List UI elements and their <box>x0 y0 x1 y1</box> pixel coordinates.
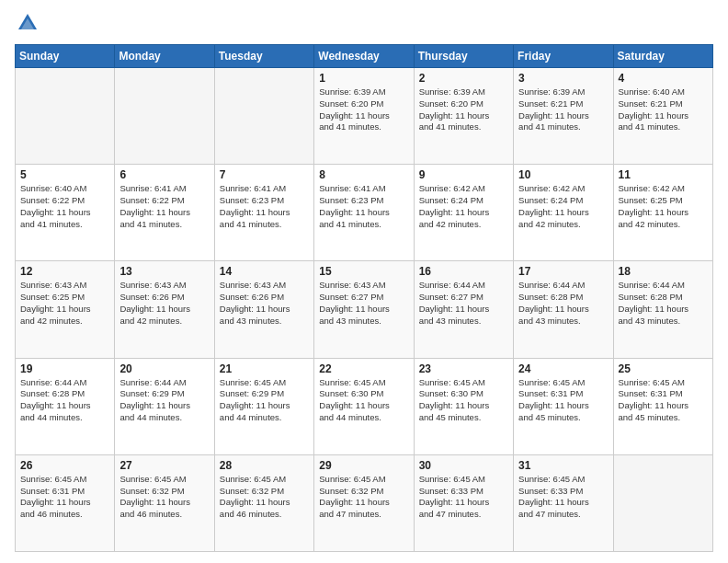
calendar-cell: 21Sunrise: 6:45 AM Sunset: 6:29 PM Dayli… <box>214 358 313 454</box>
day-number: 17 <box>518 265 608 278</box>
calendar-cell: 30Sunrise: 6:45 AM Sunset: 6:33 PM Dayli… <box>414 454 513 551</box>
weekday-header-monday: Monday <box>115 45 214 68</box>
day-number: 18 <box>619 265 708 278</box>
day-number: 19 <box>20 362 109 375</box>
day-number: 14 <box>220 265 309 278</box>
day-info: Sunrise: 6:45 AM Sunset: 6:32 PM Dayligh… <box>119 474 209 521</box>
day-info: Sunrise: 6:41 AM Sunset: 6:22 PM Dayligh… <box>119 183 209 230</box>
day-info: Sunrise: 6:44 AM Sunset: 6:29 PM Dayligh… <box>119 377 209 424</box>
day-number: 10 <box>518 168 608 181</box>
calendar-cell: 24Sunrise: 6:45 AM Sunset: 6:31 PM Dayli… <box>514 358 613 454</box>
day-info: Sunrise: 6:41 AM Sunset: 6:23 PM Dayligh… <box>319 183 408 230</box>
calendar-cell: 10Sunrise: 6:42 AM Sunset: 6:24 PM Dayli… <box>514 165 613 261</box>
day-info: Sunrise: 6:43 AM Sunset: 6:26 PM Dayligh… <box>220 280 309 327</box>
calendar-cell: 6Sunrise: 6:41 AM Sunset: 6:22 PM Daylig… <box>115 165 214 261</box>
day-info: Sunrise: 6:42 AM Sunset: 6:24 PM Dayligh… <box>419 183 508 230</box>
weekday-header-saturday: Saturday <box>613 45 712 68</box>
calendar-cell: 29Sunrise: 6:45 AM Sunset: 6:32 PM Dayli… <box>314 454 414 551</box>
calendar-cell: 2Sunrise: 6:39 AM Sunset: 6:20 PM Daylig… <box>414 68 513 165</box>
calendar-cell: 3Sunrise: 6:39 AM Sunset: 6:21 PM Daylig… <box>514 68 613 165</box>
calendar-cell <box>613 454 712 551</box>
day-info: Sunrise: 6:41 AM Sunset: 6:23 PM Dayligh… <box>220 183 309 230</box>
day-info: Sunrise: 6:45 AM Sunset: 6:33 PM Dayligh… <box>419 474 508 521</box>
calendar-cell: 28Sunrise: 6:45 AM Sunset: 6:32 PM Dayli… <box>214 454 313 551</box>
calendar-table: SundayMondayTuesdayWednesdayThursdayFrid… <box>15 44 713 552</box>
calendar-cell <box>16 68 115 165</box>
day-number: 25 <box>619 362 708 375</box>
week-row-3: 19Sunrise: 6:44 AM Sunset: 6:28 PM Dayli… <box>16 358 713 454</box>
day-info: Sunrise: 6:45 AM Sunset: 6:30 PM Dayligh… <box>419 377 508 424</box>
day-info: Sunrise: 6:45 AM Sunset: 6:31 PM Dayligh… <box>20 474 109 521</box>
day-info: Sunrise: 6:45 AM Sunset: 6:32 PM Dayligh… <box>319 474 408 521</box>
calendar-cell: 9Sunrise: 6:42 AM Sunset: 6:24 PM Daylig… <box>414 165 513 261</box>
week-row-0: 1Sunrise: 6:39 AM Sunset: 6:20 PM Daylig… <box>16 68 713 165</box>
day-number: 30 <box>419 459 508 472</box>
calendar-cell: 18Sunrise: 6:44 AM Sunset: 6:28 PM Dayli… <box>613 261 712 358</box>
day-info: Sunrise: 6:39 AM Sunset: 6:20 PM Dayligh… <box>319 86 408 133</box>
day-info: Sunrise: 6:39 AM Sunset: 6:21 PM Dayligh… <box>518 86 608 133</box>
day-info: Sunrise: 6:43 AM Sunset: 6:25 PM Dayligh… <box>20 280 109 327</box>
day-info: Sunrise: 6:45 AM Sunset: 6:30 PM Dayligh… <box>319 377 408 424</box>
day-number: 20 <box>119 362 209 375</box>
calendar-cell: 14Sunrise: 6:43 AM Sunset: 6:26 PM Dayli… <box>214 261 313 358</box>
day-number: 4 <box>619 72 708 85</box>
day-number: 5 <box>20 168 109 181</box>
day-number: 12 <box>20 265 109 278</box>
day-number: 13 <box>119 265 209 278</box>
weekday-header-wednesday: Wednesday <box>314 45 414 68</box>
page: SundayMondayTuesdayWednesdayThursdayFrid… <box>0 0 728 563</box>
calendar-cell: 7Sunrise: 6:41 AM Sunset: 6:23 PM Daylig… <box>214 165 313 261</box>
day-number: 8 <box>319 168 408 181</box>
calendar-cell <box>115 68 214 165</box>
week-row-2: 12Sunrise: 6:43 AM Sunset: 6:25 PM Dayli… <box>16 261 713 358</box>
day-number: 6 <box>119 168 209 181</box>
day-info: Sunrise: 6:44 AM Sunset: 6:28 PM Dayligh… <box>518 280 608 327</box>
weekday-header-tuesday: Tuesday <box>214 45 313 68</box>
day-info: Sunrise: 6:45 AM Sunset: 6:29 PM Dayligh… <box>220 377 309 424</box>
day-info: Sunrise: 6:42 AM Sunset: 6:25 PM Dayligh… <box>619 183 708 230</box>
week-row-4: 26Sunrise: 6:45 AM Sunset: 6:31 PM Dayli… <box>16 454 713 551</box>
day-number: 23 <box>419 362 508 375</box>
week-row-1: 5Sunrise: 6:40 AM Sunset: 6:22 PM Daylig… <box>16 165 713 261</box>
day-info: Sunrise: 6:42 AM Sunset: 6:24 PM Dayligh… <box>518 183 608 230</box>
day-number: 11 <box>619 168 708 181</box>
calendar-cell: 22Sunrise: 6:45 AM Sunset: 6:30 PM Dayli… <box>314 358 414 454</box>
calendar-cell: 1Sunrise: 6:39 AM Sunset: 6:20 PM Daylig… <box>314 68 414 165</box>
day-number: 15 <box>319 265 408 278</box>
calendar-cell: 26Sunrise: 6:45 AM Sunset: 6:31 PM Dayli… <box>16 454 115 551</box>
calendar-cell: 31Sunrise: 6:45 AM Sunset: 6:33 PM Dayli… <box>514 454 613 551</box>
day-info: Sunrise: 6:45 AM Sunset: 6:33 PM Dayligh… <box>518 474 608 521</box>
calendar-cell: 5Sunrise: 6:40 AM Sunset: 6:22 PM Daylig… <box>16 165 115 261</box>
day-number: 3 <box>518 72 608 85</box>
day-number: 28 <box>220 459 309 472</box>
day-number: 27 <box>119 459 209 472</box>
day-info: Sunrise: 6:40 AM Sunset: 6:22 PM Dayligh… <box>20 183 109 230</box>
day-number: 22 <box>319 362 408 375</box>
day-info: Sunrise: 6:44 AM Sunset: 6:28 PM Dayligh… <box>20 377 109 424</box>
day-info: Sunrise: 6:45 AM Sunset: 6:31 PM Dayligh… <box>518 377 608 424</box>
day-number: 29 <box>319 459 408 472</box>
calendar-cell: 4Sunrise: 6:40 AM Sunset: 6:21 PM Daylig… <box>613 68 712 165</box>
day-number: 21 <box>220 362 309 375</box>
day-info: Sunrise: 6:39 AM Sunset: 6:20 PM Dayligh… <box>419 86 508 133</box>
day-info: Sunrise: 6:44 AM Sunset: 6:28 PM Dayligh… <box>619 280 708 327</box>
calendar-cell: 17Sunrise: 6:44 AM Sunset: 6:28 PM Dayli… <box>514 261 613 358</box>
day-number: 9 <box>419 168 508 181</box>
day-info: Sunrise: 6:40 AM Sunset: 6:21 PM Dayligh… <box>619 86 708 133</box>
calendar-cell: 19Sunrise: 6:44 AM Sunset: 6:28 PM Dayli… <box>16 358 115 454</box>
day-number: 16 <box>419 265 508 278</box>
weekday-header-thursday: Thursday <box>414 45 513 68</box>
calendar-cell: 27Sunrise: 6:45 AM Sunset: 6:32 PM Dayli… <box>115 454 214 551</box>
day-info: Sunrise: 6:45 AM Sunset: 6:31 PM Dayligh… <box>619 377 708 424</box>
calendar-cell: 23Sunrise: 6:45 AM Sunset: 6:30 PM Dayli… <box>414 358 513 454</box>
calendar-cell: 25Sunrise: 6:45 AM Sunset: 6:31 PM Dayli… <box>613 358 712 454</box>
day-info: Sunrise: 6:43 AM Sunset: 6:26 PM Dayligh… <box>119 280 209 327</box>
day-number: 7 <box>220 168 309 181</box>
logo-icon <box>15 11 40 37</box>
day-info: Sunrise: 6:43 AM Sunset: 6:27 PM Dayligh… <box>319 280 408 327</box>
day-number: 24 <box>518 362 608 375</box>
calendar-cell: 11Sunrise: 6:42 AM Sunset: 6:25 PM Dayli… <box>613 165 712 261</box>
calendar-cell: 8Sunrise: 6:41 AM Sunset: 6:23 PM Daylig… <box>314 165 414 261</box>
header <box>15 11 713 37</box>
day-info: Sunrise: 6:45 AM Sunset: 6:32 PM Dayligh… <box>220 474 309 521</box>
